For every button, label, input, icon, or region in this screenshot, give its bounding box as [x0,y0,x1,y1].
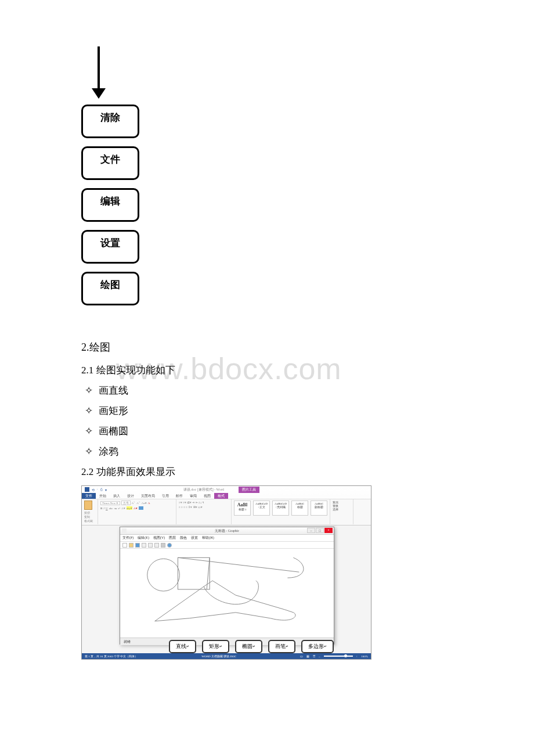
maximize-button[interactable]: □ [316,528,324,533]
style-subtitle[interactable]: AaBbC副标题 [311,501,327,516]
tool-polygon-button[interactable]: 多边形↵ [301,640,334,653]
graphics-canvas[interactable] [120,549,334,638]
box-draw: 绘图 [81,272,139,305]
box-file: 文件 [81,146,139,180]
gmenu-color[interactable]: 颜色 [180,535,187,541]
word-status-center: WORD 文档隐藏 课设.DOC [201,654,236,658]
gmenu-view[interactable]: 视图(V) [153,535,165,541]
word-status-left: 第 1 页，共 16 页 2003 个字 中文（简体） [85,654,138,658]
gmenu-settings[interactable]: 设置 [191,535,198,541]
ribbon-clipboard: 剪切 复制 格式刷 [82,499,98,524]
style-body[interactable]: AaBbCcD+正文 [253,501,270,516]
font-name-select[interactable]: Times New R [100,501,120,505]
gmenu-edit[interactable]: 编辑(E) [138,535,149,541]
box-clear: 清除 [81,105,139,138]
bullet-line: 画直线 [81,384,453,397]
tool-line-button[interactable]: 直线↵ [169,640,196,653]
graphics-menubar: 文件(F) 编辑(E) 视图(V) 图层 颜色 设置 帮助(H) [120,535,334,542]
picture-tools-tab: 图片工具 [239,487,259,493]
gmenu-help[interactable]: 帮助(H) [202,535,214,541]
view-web-icon[interactable]: ☰ [313,654,315,658]
tool-button-row: 直线↵ 矩形↵ 椭圆↵ 画笔↵ 多边形↵ [169,640,334,653]
style-title[interactable]: AaBbC标题 [291,501,308,516]
graphics-toolbar [120,542,334,549]
minimize-button[interactable]: – [307,528,315,533]
paste-icon[interactable] [84,501,92,510]
gmenu-layer[interactable]: 图层 [169,535,176,541]
tb-print-icon[interactable] [161,543,165,548]
app-icon [122,528,127,533]
ribbon-paragraph: ≡▾ ≡▾ ≔▾ ⇥ ⇤ A↓ ¶ ≡ ≡ ≡ ≡ ⇕▾ ⊞▾ ▭▾ [176,499,232,524]
view-print-icon[interactable]: ▦ [306,654,309,658]
tool-brush-button[interactable]: 画笔↵ [268,640,295,653]
ribbon-font: Times New R 五号 A˄A˅Aa▾ A B I U abc x₂ x²… [98,499,176,524]
bullet-ellipse: 画椭圆 [81,424,453,438]
word-ribbon-area: ⟲·⎙▾ 课设.doc [兼容模式] - Word 图片工具 文件 开始 插入 … [82,486,371,525]
box-edit: 编辑 [81,188,139,222]
svg-line-2 [178,557,299,572]
word-title: 课设.doc [兼容模式] - Word [183,487,224,492]
tool-ellipse-button[interactable]: 椭圆↵ [235,640,262,653]
word-statusbar: 第 1 页，共 16 页 2003 个字 中文（简体） WORD 文档隐藏 课设… [82,653,371,659]
svg-point-0 [147,559,180,591]
tb-open-icon[interactable] [129,543,134,548]
view-readmode-icon[interactable]: ▭ [300,654,303,658]
graphics-app-window: 无标题 - Graphic – □ × 文件(F) 编辑(E) 视图(V) 图层… [120,527,334,645]
ribbon-editing: 查找 替换 选择 [330,499,353,524]
arrow-down-icon [90,46,107,99]
zoom-value: 100% [361,655,368,658]
word-ribbon: 剪切 复制 格式刷 Times New R 五号 A˄A˅Aa▾ A B I U… [82,499,371,524]
ribbon-styles: AaBl标题 1 AaBbCcD+正文 AaBbCcD+无间隔 AaBbC标题 … [232,499,330,524]
section-2-title: 2.绘图 [81,340,453,354]
zoom-slider[interactable] [324,656,353,657]
bullet-doodle: 涂鸦 [81,445,453,458]
font-size-select[interactable]: 五号 [121,501,131,505]
style-nospace[interactable]: AaBbCcD+无间隔 [272,501,289,516]
tb-copy-icon[interactable] [148,543,153,548]
tb-help-icon[interactable] [167,543,172,548]
word-icon [85,487,89,492]
bullet-rect: 画矩形 [81,404,453,417]
section-2-2-title: 2.2 功能界面效果显示 [81,465,453,478]
close-button[interactable]: × [324,528,333,533]
tool-rect-button[interactable]: 矩形↵ [202,640,229,653]
gmenu-file[interactable]: 文件(F) [122,535,134,541]
box-settings: 设置 [81,230,139,264]
status-ready: 就绪 [124,639,131,645]
box-list: 清除 文件 编辑 设置 绘图 [81,105,453,305]
section-2-1-title: 2.1 绘图实现功能如下 [81,363,453,377]
tb-save-icon[interactable] [135,543,140,548]
svg-rect-1 [178,557,210,589]
word-quick-access: ⟲·⎙▾ [85,487,107,492]
graphics-titlebar: 无标题 - Graphic – □ × [120,527,334,535]
tb-paste-icon[interactable] [154,543,159,548]
tb-cut-icon[interactable] [142,543,146,548]
tb-new-icon[interactable] [122,543,127,548]
word-screenshot: ⟲·⎙▾ 课设.doc [兼容模式] - Word 图片工具 文件 开始 插入 … [81,485,371,660]
style-h1[interactable]: AaBl标题 1 [234,501,251,516]
